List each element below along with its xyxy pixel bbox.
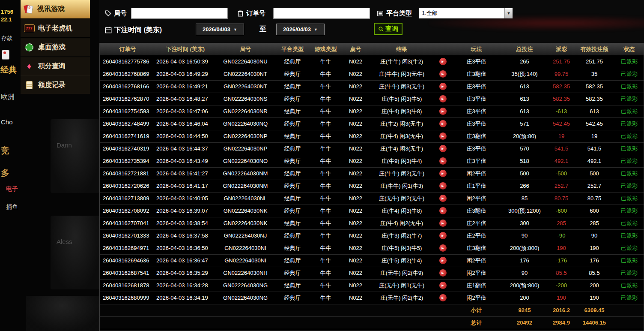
play-button[interactable]: ▶: [439, 108, 447, 115]
sidebar-item-points-query[interactable]: ♦ 积分查询: [21, 57, 90, 75]
play-button[interactable]: ▶: [439, 95, 447, 102]
cell-status: 已派彩: [614, 180, 644, 192]
cell--play: ▶: [434, 192, 452, 205]
cell-method: 闲2平倍: [452, 267, 501, 279]
sidebar-item-slots[interactable]: 777 电子老虎机: [21, 19, 90, 38]
cell-table-no: N022: [342, 205, 370, 217]
play-button[interactable]: ▶: [439, 58, 447, 65]
grand-total-row-payout: 2984.9: [548, 316, 575, 329]
table-row: 2604031626818782026-04-03 16:34:28GN0222…: [100, 279, 644, 292]
column-header: 下注时间 (美东): [155, 43, 215, 55]
cell-valid-bet: 541.5: [575, 142, 614, 155]
play-button[interactable]: ▶: [439, 294, 447, 301]
cell-method: 庄3平倍: [452, 105, 501, 117]
cell-round: GN022264030NO: [215, 155, 275, 167]
cell-platform: 经典厅: [275, 205, 310, 217]
query-button[interactable]: 查询: [374, 23, 402, 35]
cell-table-no: N022: [342, 105, 370, 117]
play-button[interactable]: ▶: [439, 132, 447, 140]
cell-valid-bet: 190: [575, 242, 614, 254]
play-button[interactable]: ▶: [439, 170, 447, 177]
cell-result: 庄(牛9) 闲3(牛4): [370, 155, 434, 167]
cell-method: 庄3翻倍: [452, 130, 501, 142]
cell-platform: 经典厅: [275, 142, 310, 155]
play-button[interactable]: ▶: [439, 182, 447, 190]
cell-order: 260403162768166: [100, 80, 155, 93]
play-button[interactable]: ▶: [439, 195, 447, 202]
sidebar-item-label: 电子老虎机: [38, 24, 72, 33]
order-number-input[interactable]: [273, 8, 370, 19]
cell-total-bet: 570: [501, 142, 548, 155]
cell-platform: 经典厅: [275, 180, 310, 192]
cell-round: GN022264030NL: [215, 192, 275, 205]
cell-result: 庄(牛4) 闲3(牛8): [370, 205, 434, 217]
play-button[interactable]: ▶: [439, 282, 447, 289]
column-header: 平台类型: [275, 43, 310, 55]
cards-icon: 9: [24, 4, 34, 15]
cell-time: 2026-04-03 16:50:39: [155, 55, 215, 68]
platform-type-label: 平台类型: [377, 8, 412, 19]
platform-select[interactable]: 1.全部 ▼: [419, 8, 513, 18]
cell--play: ▶: [434, 217, 452, 229]
play-button[interactable]: ▶: [439, 157, 447, 165]
cell-payout: -600: [548, 205, 575, 217]
cell--play: ▶: [434, 279, 452, 292]
play-button[interactable]: ▶: [439, 232, 447, 239]
grand-total-row--play: [434, 316, 452, 329]
lobby-label: 电子: [6, 185, 18, 193]
cell--play: ▶: [434, 68, 452, 80]
grand-total-row-result: [370, 316, 434, 329]
cell-round: GN022264030NI: [215, 254, 275, 267]
cell-table-no: N022: [342, 229, 370, 242]
sidebar-item-label: 桌面游戏: [38, 43, 66, 52]
play-button[interactable]: ▶: [439, 220, 447, 227]
play-button[interactable]: ▶: [439, 269, 447, 277]
cell-result: 庄(牛牛) 闲3(牛2): [370, 55, 434, 68]
cell-platform: 经典厅: [275, 68, 310, 80]
play-button[interactable]: ▶: [439, 83, 447, 90]
round-number-input[interactable]: [131, 8, 228, 19]
cell-method: 庄1平倍: [452, 180, 501, 192]
background-portrait: [26, 296, 99, 331]
lobby-label: 经典: [0, 64, 17, 75]
play-button[interactable]: ▶: [439, 257, 447, 264]
cell-status: 已派彩: [614, 68, 644, 80]
clipboard-icon: [237, 10, 244, 17]
grand-total-row-time: [155, 316, 215, 329]
cell-total-bet: 500: [501, 167, 548, 180]
cell-valid-bet: 600: [575, 205, 614, 217]
bet-records-table: 订单号下注时间 (美东)局号平台类型游戏类型桌号结果玩法总投注派彩有效投注额状态…: [99, 43, 644, 331]
play-button[interactable]: ▶: [439, 145, 447, 152]
dealer-name: Dann: [57, 141, 72, 149]
cell-payout: 252.7: [548, 180, 575, 192]
subtotal-row-time: [155, 304, 215, 316]
cell-total-bet: 300: [501, 217, 548, 229]
table-row: 2604031627218812026-04-03 16:41:27GN0222…: [100, 167, 644, 180]
platform-selected-value: 1.全部: [422, 9, 438, 17]
cell-time: 2026-04-03 16:49:29: [155, 68, 215, 80]
sidebar-item-table-games[interactable]: 桌面游戏: [21, 38, 90, 57]
cell-method: 闲2平倍: [452, 167, 501, 180]
table-row: 2604031627206262026-04-03 16:41:17GN0222…: [100, 180, 644, 192]
play-button[interactable]: ▶: [439, 70, 447, 78]
search-icon: [378, 26, 384, 32]
cell-valid-bet: 613: [575, 105, 614, 117]
cell-table-no: N022: [342, 254, 370, 267]
cell-method: 庄3翻倍: [452, 242, 501, 254]
cell-table-no: N022: [342, 180, 370, 192]
cell-platform: 经典厅: [275, 279, 310, 292]
cell-valid-bet: 252.7: [575, 180, 614, 192]
cell-game: 牛牛: [310, 254, 342, 267]
sidebar-item-video-games[interactable]: 9 视讯游戏: [21, 0, 90, 19]
date-to-picker[interactable]: 2026/04/03 ▼: [276, 24, 325, 35]
play-button[interactable]: ▶: [439, 120, 447, 127]
sidebar-item-quota-records[interactable]: 额度记录: [21, 75, 90, 94]
cell-payout: 80.75: [548, 192, 575, 205]
cell-total-bet: 613: [501, 80, 548, 93]
table-row: 2604031627070412026-04-03 16:38:54GN0222…: [100, 217, 644, 229]
cell-total-bet: 265: [501, 55, 548, 68]
play-button[interactable]: ▶: [439, 244, 447, 252]
cell--play: ▶: [434, 155, 452, 167]
date-from-picker[interactable]: 2026/04/03 ▼: [196, 24, 244, 35]
play-button[interactable]: ▶: [439, 207, 447, 214]
